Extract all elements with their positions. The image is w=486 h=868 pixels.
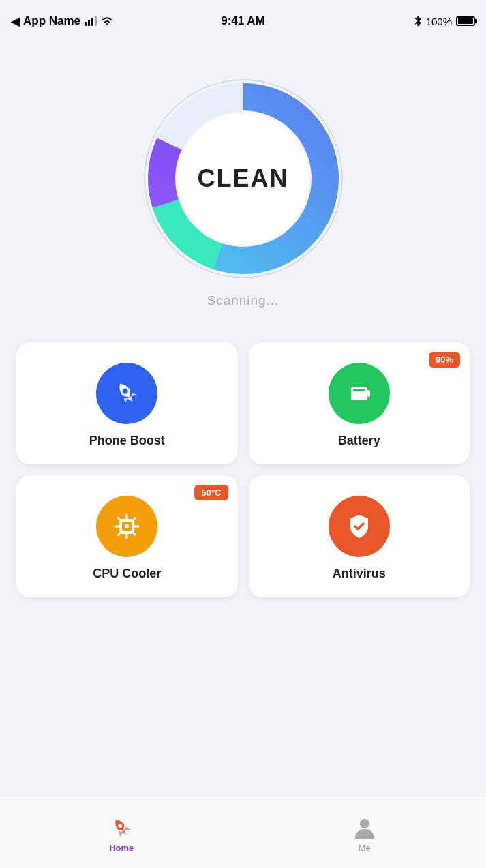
feature-grid: Phone Boost 90% Battery 50°C xyxy=(0,342,486,597)
wifi-icon xyxy=(101,16,113,26)
svg-rect-1 xyxy=(88,20,90,26)
shield-icon xyxy=(344,511,375,542)
cpu-cooler-card[interactable]: 50°C CPU Cooler xyxy=(16,475,238,597)
scanning-text: Scanning... xyxy=(207,293,279,308)
phone-boost-card[interactable]: Phone Boost xyxy=(16,342,238,464)
status-right: 100% xyxy=(414,16,475,27)
svg-rect-2 xyxy=(91,18,93,26)
bluetooth-icon xyxy=(414,16,422,27)
me-nav-icon xyxy=(352,815,377,840)
cpu-icon xyxy=(111,511,142,542)
cpu-cooler-label: CPU Cooler xyxy=(93,567,161,581)
svg-line-23 xyxy=(133,518,136,520)
svg-rect-0 xyxy=(85,22,87,26)
bottom-nav: Home Me xyxy=(0,800,486,868)
status-time: 9:41 AM xyxy=(221,14,265,28)
main-content: CLEAN Scanning... Phone Boost xyxy=(0,42,486,597)
cpu-badge: 50°C xyxy=(194,485,228,500)
app-name: App Name xyxy=(23,14,80,28)
svg-rect-3 xyxy=(95,16,97,26)
rocket-icon xyxy=(111,378,142,409)
svg-point-25 xyxy=(125,524,129,528)
app-logo-icon: ◀ xyxy=(11,15,19,28)
svg-line-24 xyxy=(118,533,121,535)
battery-label: Battery xyxy=(338,434,380,448)
status-left: ◀ App Name xyxy=(11,14,113,28)
donut-chart: CLEAN xyxy=(141,76,346,281)
home-nav-icon xyxy=(109,815,134,840)
battery-percent: 100% xyxy=(426,16,452,27)
signal-icon xyxy=(85,16,97,26)
antivirus-icon-bg xyxy=(329,496,390,557)
svg-line-21 xyxy=(118,518,121,520)
phone-boost-icon-bg xyxy=(96,363,157,424)
svg-rect-12 xyxy=(367,390,370,397)
status-bar: ◀ App Name 9:41 AM 100% xyxy=(0,0,486,42)
me-nav-label: Me xyxy=(359,843,371,853)
svg-point-27 xyxy=(360,819,369,828)
donut-label: CLEAN xyxy=(198,164,289,193)
antivirus-card[interactable]: Antivirus xyxy=(249,475,470,597)
battery-badge: 90% xyxy=(429,352,460,368)
home-nav-label: Home xyxy=(109,843,134,853)
antivirus-label: Antivirus xyxy=(333,567,386,581)
battery-card-icon xyxy=(344,378,374,408)
cpu-icon-bg xyxy=(96,496,157,557)
battery-card[interactable]: 90% Battery xyxy=(249,342,470,464)
nav-me[interactable]: Me xyxy=(352,815,377,853)
svg-line-22 xyxy=(133,533,136,535)
phone-boost-label: Phone Boost xyxy=(89,434,165,448)
battery-icon-bg xyxy=(329,363,390,424)
nav-home[interactable]: Home xyxy=(109,815,134,853)
battery-status-icon xyxy=(456,16,475,26)
